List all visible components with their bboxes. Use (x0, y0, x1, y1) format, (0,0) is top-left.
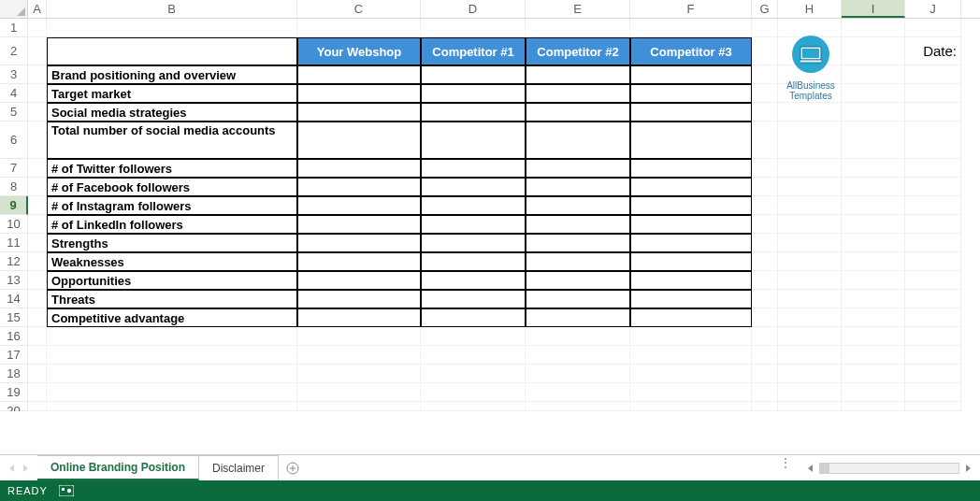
cell-A2[interactable] (28, 37, 47, 65)
cell-E10[interactable] (526, 215, 630, 234)
cell-J5[interactable] (905, 103, 961, 122)
cell-D10[interactable] (421, 215, 526, 234)
cell-C16[interactable] (297, 327, 421, 346)
cell-D18[interactable] (421, 365, 526, 383)
cell-I4[interactable] (842, 84, 905, 103)
cell-F9[interactable] (630, 196, 752, 215)
label-linkedin-followers[interactable]: # of LinkedIn followers (47, 215, 297, 234)
cell-C19[interactable] (297, 383, 421, 402)
row-head-9[interactable]: 9 (0, 196, 28, 215)
cell-E5[interactable] (526, 103, 630, 122)
logo-cell[interactable]: AllBusiness Templates (778, 37, 842, 65)
cell-J11[interactable] (905, 234, 961, 252)
cell-D11[interactable] (421, 234, 526, 252)
cell-A7[interactable] (28, 159, 47, 178)
cell-D19[interactable] (421, 383, 526, 402)
cell-F17[interactable] (630, 346, 752, 365)
cell-E17[interactable] (526, 346, 630, 365)
cell-G16[interactable] (752, 327, 778, 346)
cell-J9[interactable] (905, 196, 961, 215)
cell-D16[interactable] (421, 327, 526, 346)
tab-disclaimer[interactable]: Disclaimer (199, 455, 279, 480)
cell-H6[interactable] (778, 122, 842, 159)
col-head-D[interactable]: D (421, 0, 526, 18)
cell-I15[interactable] (842, 308, 905, 327)
cell-J13[interactable] (905, 271, 961, 290)
cell-H7[interactable] (778, 159, 842, 178)
cell-F12[interactable] (630, 252, 752, 271)
cell-F18[interactable] (630, 365, 752, 383)
cell-B2[interactable] (47, 37, 297, 65)
cell-F13[interactable] (630, 271, 752, 290)
cell-H12[interactable] (778, 252, 842, 271)
cell-I20[interactable] (842, 402, 905, 411)
cell-F14[interactable] (630, 290, 752, 308)
cell-I19[interactable] (842, 383, 905, 402)
cell-J15[interactable] (905, 308, 961, 327)
macro-recording-icon[interactable] (59, 485, 74, 496)
cell-D14[interactable] (421, 290, 526, 308)
tab-bar-splitter[interactable]: ⋮ (773, 455, 799, 480)
cell-G12[interactable] (752, 252, 778, 271)
cell-A9[interactable] (28, 196, 47, 215)
header-competitor-3[interactable]: Competitor #3 (630, 37, 752, 65)
add-sheet-button[interactable] (279, 455, 307, 480)
cell-J3[interactable] (905, 65, 961, 84)
cell-C11[interactable] (297, 234, 421, 252)
cell-G5[interactable] (752, 103, 778, 122)
row-head-10[interactable]: 10 (0, 215, 28, 234)
cell-H15[interactable] (778, 308, 842, 327)
cell-G6[interactable] (752, 122, 778, 159)
cell-A1[interactable] (28, 19, 47, 37)
cell-H17[interactable] (778, 346, 842, 365)
cell-G14[interactable] (752, 290, 778, 308)
cell-C13[interactable] (297, 271, 421, 290)
header-competitor-2[interactable]: Competitor #2 (526, 37, 630, 65)
row-head-17[interactable]: 17 (0, 346, 28, 365)
cell-H20[interactable] (778, 402, 842, 411)
cell-J1[interactable] (905, 19, 961, 37)
col-head-G[interactable]: G (752, 0, 778, 18)
cell-E12[interactable] (526, 252, 630, 271)
row-head-14[interactable]: 14 (0, 290, 28, 308)
cell-I10[interactable] (842, 215, 905, 234)
label-threats[interactable]: Threats (47, 290, 297, 308)
cell-B1[interactable] (47, 19, 297, 37)
cell-G19[interactable] (752, 383, 778, 402)
cell-C3[interactable] (297, 65, 421, 84)
label-target-market[interactable]: Target market (47, 84, 297, 103)
cell-J12[interactable] (905, 252, 961, 271)
cell-I9[interactable] (842, 196, 905, 215)
cell-E19[interactable] (526, 383, 630, 402)
cell-E9[interactable] (526, 196, 630, 215)
cell-G10[interactable] (752, 215, 778, 234)
cell-B17[interactable] (47, 346, 297, 365)
cell-C1[interactable] (297, 19, 421, 37)
cell-C14[interactable] (297, 290, 421, 308)
cell-F11[interactable] (630, 234, 752, 252)
cell-E3[interactable] (526, 65, 630, 84)
label-brand-positioning[interactable]: Brand positioning and overview (47, 65, 297, 84)
label-instagram-followers[interactable]: # of Instagram followers (47, 196, 297, 215)
cell-H18[interactable] (778, 365, 842, 383)
cell-D8[interactable] (421, 178, 526, 196)
cell-A17[interactable] (28, 346, 47, 365)
cell-E14[interactable] (526, 290, 630, 308)
cell-F10[interactable] (630, 215, 752, 234)
sheet-nav-next-icon[interactable] (21, 464, 30, 473)
cell-G8[interactable] (752, 178, 778, 196)
cell-H8[interactable] (778, 178, 842, 196)
horizontal-scrollbar[interactable] (799, 455, 980, 480)
cell-C20[interactable] (297, 402, 421, 411)
cell-J19[interactable] (905, 383, 961, 402)
cell-I2[interactable] (842, 37, 905, 65)
cell-J8[interactable] (905, 178, 961, 196)
cell-H14[interactable] (778, 290, 842, 308)
cell-A6[interactable] (28, 122, 47, 159)
cell-D9[interactable] (421, 196, 526, 215)
cell-B19[interactable] (47, 383, 297, 402)
label-social-media-strategies[interactable]: Social media strategies (47, 103, 297, 122)
row-head-1[interactable]: 1 (0, 19, 28, 37)
header-your-webshop[interactable]: Your Webshop (297, 37, 421, 65)
tab-online-branding-position[interactable]: Online Branding Position (37, 455, 199, 480)
